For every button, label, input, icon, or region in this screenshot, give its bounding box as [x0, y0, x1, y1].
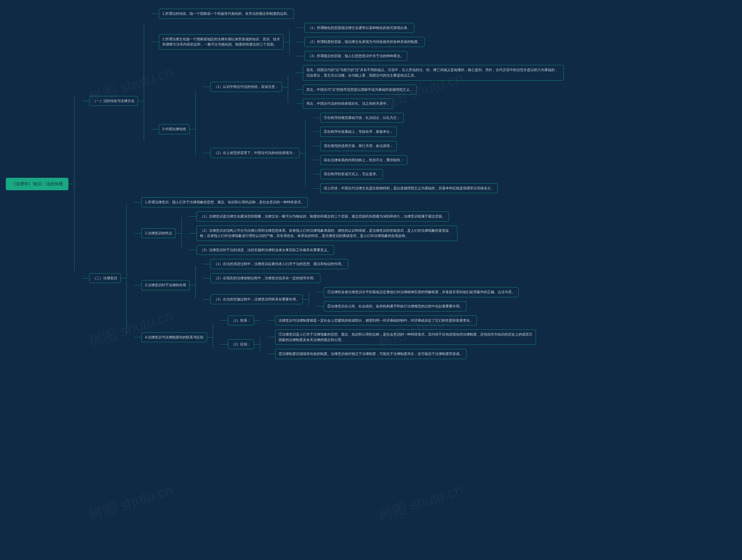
s2-n4-qb-a[interactable]: ①法律意识是人们关于法律现象的思想、观念、知识和心理的总称，是社会意识的一种特殊…	[275, 329, 536, 345]
s1-n3-p1: （1）认识中国古代法的传统，应该注意： 首先，我国古代的"法"与西方的"法"具有…	[210, 65, 564, 108]
connector	[300, 113, 313, 194]
s1-n2: 2.所谓法律文化指一个国家或地区的法律长期以来所形成的知识、意识、技术和调整方法…	[159, 23, 425, 61]
s2-n4-qb-label[interactable]: （2）区别：	[228, 339, 254, 350]
watermark: 树图 shutu.cn	[86, 480, 176, 525]
s1-n3-p2-a[interactable]: ①在秩序的规范基础方面，礼法结合，以礼为主；	[320, 113, 404, 123]
s2-n4-lx-text[interactable]: 法律意识与法律制度都是一定社会上层建筑的组成部分，都受到同一经济基础的制约，经济…	[275, 315, 477, 326]
s2-n3: 3.法律意识对于法律的作用 （1）在法的演进过程中，法律意识起着传承人们关于法的…	[142, 259, 519, 311]
s2-n4-title[interactable]: 4.法律意识与法律制度间的联系与区别	[142, 333, 207, 343]
section-1: （一）法的传统与法律文化 1.所谓法的传统，指一个国家或一个民族世代相传的、有关…	[89, 9, 564, 193]
s1-n3-p1-title[interactable]: （1）认识中国古代法的传统，应该注意：	[210, 82, 282, 92]
s2-n3-title[interactable]: 3.法律意识对于法律的作用	[142, 280, 190, 290]
s1-n3-p2-b[interactable]: ②在秩序价值基础上，等级有序，家族本位；	[320, 127, 397, 137]
root-children: （一）法的传统与法律文化 1.所谓法的传统，指一个国家或一个民族世代相传的、有关…	[82, 9, 564, 359]
connector	[303, 287, 316, 311]
s1-n3-p2-sum[interactable]: 综上所述，中国古代法律文化是比较独特的，是以道德理想主义为基础的，其基本特征就是…	[320, 183, 498, 194]
s2-n3-c3-a[interactable]: ①法律职业者法律意识水平的高低决定着他们对法律精神实质的理解程度，并直接关系到他…	[324, 287, 519, 297]
s2-n4-lx: （1）联系： 法律意识与法律制度都是一定社会上层建筑的组成部分，都受到同一经济基…	[228, 315, 477, 326]
connector	[68, 9, 82, 359]
s1-n3-p2-d[interactable]: ④在法律体系的内部结构上，民刑不分，重刑轻民；	[320, 155, 407, 165]
section-1-title[interactable]: （一）法的传统与法律文化	[89, 96, 138, 106]
s1-n3: 3.中国法律传统 （1）认识中国古代法的传统，应该注意：	[159, 65, 564, 193]
s1-n3-p2: （2）在上述思想背景下，中国古代法的传统表现为： ①在秩序的规范基础方面，礼法结…	[210, 113, 498, 194]
s2-n3-c3-title[interactable]: （3）在法的实施过程中，法律意识同样具有重要作用。	[210, 294, 303, 305]
s2-n4-lx-label[interactable]: （1）联系：	[228, 315, 254, 326]
connector	[190, 259, 203, 311]
s2-n4: 4.法律意识与法律制度间的联系与区别 （1）联系：	[142, 315, 536, 359]
s1-n3-p2-title[interactable]: （2）在上述思想背景下，中国古代法的传统表现为：	[210, 148, 300, 158]
s2-n2-c3[interactable]: （3）法律意识对于法的演进、法的实施和法律职业者从事实际工作都具有重要意义。	[197, 245, 334, 255]
s2-n2: 2.法律意识的特点 （1）法律意识是法律文化最深层的因素，法律文化一般可分为物化…	[142, 211, 457, 255]
s2-n3-c2[interactable]: （2）在现实的法律创制过程中，法律意识也具有一定的指导作用。	[210, 273, 320, 283]
s2-n1[interactable]: 1.所谓法律意识，指人们关于法律现象的思想、观念、知识和心理的总称，是社会意识的…	[142, 197, 308, 207]
s2-n2-c1[interactable]: （1）法律意识是法律文化最深层的因素，法律文化一般可分为物化的、制度的和观念的三…	[197, 211, 449, 221]
mindmap: 《法理学》知识：法的传统 （一）法的传统与法律文化 1.所谓法的传统，指一个国家…	[6, 9, 736, 359]
s1-n3-title[interactable]: 3.中国法律传统	[159, 124, 190, 134]
connector	[254, 329, 268, 359]
s1-n2-c2[interactable]: （2）所谓制度的层面，指法律文化表现为与传统相关的各种具体的制度。	[304, 37, 425, 47]
s2-n2-title[interactable]: 2.法律意识的特点	[142, 228, 176, 238]
section-2-title[interactable]: （二）法律意识	[89, 273, 120, 283]
s1-n3-p1-c[interactable]: 再次，中国古代法的传统体现在礼、法之间的关系中。	[303, 99, 393, 109]
connector	[176, 211, 189, 255]
connector-stub	[82, 101, 89, 101]
s1-n3-p1-a[interactable]: 首先，我国古代的"法"与西方的"法"具有不同的涵义。汉语中，古人所说的法、刑、律…	[303, 65, 564, 80]
root-node[interactable]: 《法理学》知识：法的传统	[6, 178, 68, 190]
connector	[138, 9, 151, 193]
connector	[120, 197, 134, 359]
s2-n4-qb: （2）区别： ①法律意识是人们关于法律现象的思想、观念、知识和心理的总称，是社会…	[228, 329, 536, 359]
connector	[190, 65, 203, 193]
connector	[282, 65, 295, 108]
s1-n3-p2-c[interactable]: ③在规范的适用方面，恭行天理，执法原情；	[320, 141, 397, 151]
s1-n2-c3[interactable]: （3）所谓观念的层面，指人们思想意识中关于法的种种看法。	[304, 51, 407, 61]
s1-n2-c1[interactable]: （1）所谓物化的层面指法律文化通常以某种物化的形式表现出来。	[304, 23, 414, 33]
s2-n3-c1[interactable]: （1）在法的演进过程中，法律意识起着传承人们关于法的思想、观点和知识的作用。	[210, 259, 348, 269]
watermark: 树图 shutu.cn	[376, 480, 466, 525]
s2-n2-c2[interactable]: （2）法律意识在结构上可分为法律心理和法律思想体系。前者指人们对法律现象表面的、…	[197, 225, 457, 241]
connector	[254, 315, 268, 326]
s2-n3-c3: （3）在法的实施过程中，法律意识同样具有重要作用。 ①法律职业者法律意识水平的高…	[210, 287, 519, 311]
connector	[283, 23, 297, 61]
s1-n2-title[interactable]: 2.所谓法律文化指一个国家或地区的法律长期以来所形成的知识、意识、技术和调整方法…	[159, 34, 283, 50]
s2-n3-c3-b[interactable]: ②法律意识在公民、社会组织、政府机构遵守和执行法律规范的过程中也起着重要作用。	[324, 301, 466, 311]
connector	[207, 315, 220, 359]
connector-stub	[151, 42, 159, 42]
connector-stub	[82, 278, 89, 278]
s1-n3-p1-b[interactable]: 其次，中国古代"法"的指导思想是以儒家学说为基础的道德理想主义。	[303, 85, 417, 95]
s1-n3-p2-e[interactable]: ⑤在秩序的形成方式上，无讼是求。	[320, 169, 383, 179]
section-2: （二）法律意识 1.所谓法律意识，指人们关于法律现象的思想、观念、知识和心理的总…	[89, 197, 536, 359]
s1-n1[interactable]: 1.所谓法的传统，指一个国家或一个民族世代相传的、有关法的观念和制度的总和。	[159, 9, 294, 19]
s2-n4-qb-b[interactable]: ②法律制度仅指现存有效的制度。法律意识相对独立于法律制度，可能先于法律制度存在，…	[275, 349, 466, 359]
